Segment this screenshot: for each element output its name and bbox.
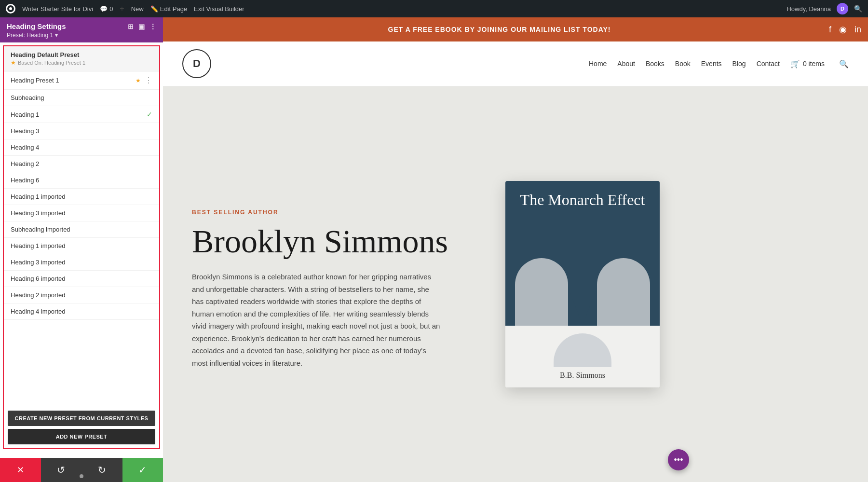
list-item[interactable]: Heading 3 imported [4, 254, 159, 271]
panel-preset-label[interactable]: Preset: Heading 1 [7, 32, 53, 39]
nav-cart[interactable]: 🛒 0 items [790, 59, 825, 69]
add-preset-button[interactable]: ADD NEW PRESET [8, 429, 155, 444]
list-item[interactable]: Heading 3 [4, 123, 159, 139]
admin-comments[interactable]: 💬 0 [100, 5, 113, 13]
panel-header: Heading Settings ⊞ ▣ ⋮ Preset: Heading 1… [0, 17, 163, 42]
cover-shape-right [597, 258, 650, 326]
preset-item-label: Heading 3 imported [11, 259, 65, 266]
preset-item-label: Heading 3 [11, 127, 39, 135]
checkmark-icon: ✓ [147, 110, 152, 118]
cart-icon: 🛒 [790, 59, 800, 69]
list-item[interactable]: Heading 1 ✓ [4, 106, 159, 123]
fab-icon: ••• [674, 455, 683, 465]
nav-link-book[interactable]: Book [675, 60, 691, 68]
book-bottom-shape [554, 333, 611, 367]
fab-button[interactable]: ••• [668, 449, 689, 470]
preset-more-icon[interactable]: ⋮ [145, 76, 152, 85]
wp-logo-icon[interactable] [6, 4, 15, 14]
preset-item-label: Heading 1 imported [11, 193, 65, 200]
list-item[interactable]: Heading 6 [4, 172, 159, 189]
left-panel: Heading Settings ⊞ ▣ ⋮ Preset: Heading 1… [0, 17, 163, 482]
panel-title: Heading Settings [7, 22, 66, 30]
admin-new[interactable]: New [131, 5, 144, 13]
preset-item-label: Heading 3 imported [11, 209, 65, 217]
scroll-indicator [80, 474, 83, 478]
preset-item-label: Heading 2 [11, 160, 39, 167]
undo-icon: ↺ [57, 464, 65, 476]
panel-preset-chevron[interactable]: ▾ [55, 32, 58, 39]
preset-item-label: Heading 1 imported [11, 242, 65, 249]
preset-item-label: Heading Preset 1 [11, 77, 59, 84]
create-preset-button[interactable]: CREATE NEW PRESET FROM CURRENT STYLES [8, 411, 155, 426]
site-nav: D Home About Books Book Events Blog Cont… [163, 41, 868, 86]
save-icon: ✓ [138, 464, 147, 476]
list-item[interactable]: Heading 1 imported [4, 189, 159, 205]
list-item[interactable]: Heading Preset 1 ★ ⋮ [4, 71, 159, 90]
preset-list-container: Heading Default Preset ★ Based On: Headi… [3, 45, 160, 449]
nav-link-home[interactable]: Home [589, 60, 607, 68]
list-item[interactable]: Subheading [4, 90, 159, 106]
star-icon: ★ [11, 59, 16, 66]
preset-item-label: Subheading imported [11, 226, 70, 233]
default-preset-subtitle: Based On: Heading Preset 1 [18, 60, 85, 66]
avatar[interactable]: D [837, 3, 848, 14]
panel-icon-layout[interactable]: ▣ [138, 23, 145, 30]
promo-text: GET A FREE EBOOK BY JOINING OUR MAILING … [170, 26, 829, 33]
preset-item-label: Heading 6 imported [11, 275, 65, 282]
book-card-area: The Monarch Effect B.B. Simmons [491, 86, 674, 482]
save-button[interactable]: ✓ [122, 458, 163, 482]
list-item[interactable]: Heading 4 imported [4, 303, 159, 320]
admin-search-icon[interactable]: 🔍 [854, 5, 862, 13]
undo-button[interactable]: ↺ [41, 458, 82, 482]
hero-title: Brooklyn Simmons [192, 223, 462, 260]
site-content: GET A FREE EBOOK BY JOINING OUR MAILING … [163, 17, 868, 482]
book-bottom: B.B. Simmons [505, 326, 660, 387]
hero-content: BEST SELLING AUTHOR Brooklyn Simmons Bro… [163, 86, 491, 482]
preset-item-label: Heading 6 [11, 177, 39, 184]
hero-section: BEST SELLING AUTHOR Brooklyn Simmons Bro… [163, 86, 868, 482]
nav-link-blog[interactable]: Blog [732, 60, 746, 68]
book-card[interactable]: The Monarch Effect B.B. Simmons [505, 181, 660, 387]
linkedin-icon[interactable]: in [854, 25, 861, 35]
list-item[interactable]: Heading 1 imported [4, 238, 159, 254]
list-item[interactable]: Heading 2 [4, 156, 159, 172]
admin-bar: Writer Starter Site for Divi 💬 0 + New ✏… [0, 0, 868, 17]
preset-list: Heading Preset 1 ★ ⋮ Subheading Heading … [4, 71, 159, 407]
admin-site-name[interactable]: Writer Starter Site for Divi [22, 5, 93, 13]
nav-link-about[interactable]: About [617, 60, 635, 68]
preset-item-label: Heading 2 imported [11, 291, 65, 299]
nav-link-events[interactable]: Events [701, 60, 722, 68]
cart-count: 0 items [803, 60, 825, 68]
cancel-button[interactable]: ✕ [0, 458, 41, 482]
default-preset-header: Heading Default Preset ★ Based On: Headi… [4, 46, 159, 71]
book-cover-title: The Monarch Effect [520, 191, 645, 209]
panel-icon-more[interactable]: ⋮ [149, 23, 156, 30]
promo-banner: GET A FREE EBOOK BY JOINING OUR MAILING … [163, 17, 868, 41]
nav-search-icon[interactable]: 🔍 [839, 59, 849, 69]
hero-description: Brooklyn Simmons is a celebrated author … [192, 271, 443, 369]
instagram-icon[interactable]: ◉ [839, 24, 847, 35]
site-logo[interactable]: D [182, 49, 211, 78]
preset-item-label: Heading 4 imported [11, 308, 65, 315]
nav-link-books[interactable]: Books [646, 60, 665, 68]
redo-button[interactable]: ↻ [81, 458, 122, 482]
list-item[interactable]: Heading 2 imported [4, 287, 159, 303]
panel-icon-expand[interactable]: ⊞ [128, 23, 134, 30]
hero-subtitle: BEST SELLING AUTHOR [192, 209, 462, 216]
list-item[interactable]: Heading 4 [4, 139, 159, 156]
facebook-icon[interactable]: f [829, 25, 831, 35]
bottom-toolbar: ✕ ↺ ↻ ✓ [0, 458, 163, 482]
admin-exit-builder[interactable]: Exit Visual Builder [194, 5, 244, 13]
howdy-text: Howdy, Deanna [787, 5, 831, 13]
list-item[interactable]: Subheading imported [4, 221, 159, 238]
main-layout: Heading Settings ⊞ ▣ ⋮ Preset: Heading 1… [0, 17, 868, 482]
preset-buttons-area: CREATE NEW PRESET FROM CURRENT STYLES AD… [4, 407, 159, 448]
admin-edit-page[interactable]: ✏️ Edit Page [150, 5, 187, 13]
list-item[interactable]: Heading 6 imported [4, 271, 159, 287]
list-item[interactable]: Heading 3 imported [4, 205, 159, 221]
book-author: B.B. Simmons [560, 371, 605, 380]
book-cover: The Monarch Effect [505, 181, 660, 326]
star-icon[interactable]: ★ [136, 77, 141, 84]
cover-shape-left [515, 258, 568, 326]
nav-link-contact[interactable]: Contact [757, 60, 780, 68]
